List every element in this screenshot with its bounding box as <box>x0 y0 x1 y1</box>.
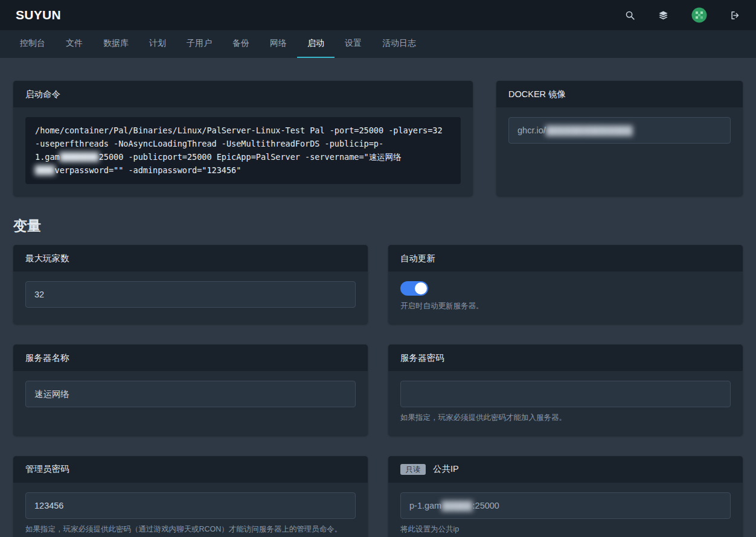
redacted-text: █████ <box>441 501 472 510</box>
public-ip-text: :25000 <box>473 501 499 510</box>
redacted-text: ████████ <box>60 152 99 162</box>
variable-title: 管理员密码 <box>25 463 69 475</box>
variable-card-max-players: 最大玩家数 <box>13 245 368 324</box>
variable-card-admin-password: 管理员密码 如果指定，玩家必须提供此密码（通过游戏内聊天或RCON）才能访问服务… <box>13 456 368 537</box>
startup-command-code: /home/container/Pal/Binaries/Linux/PalSe… <box>25 117 461 184</box>
readonly-badge: 只读 <box>400 464 426 475</box>
admin-password-input[interactable] <box>25 492 356 519</box>
brand-logo[interactable]: SUYUN <box>16 8 61 22</box>
variable-title: 公共IP <box>433 463 459 475</box>
docker-image-title: DOCKER 镜像 <box>508 89 566 100</box>
max-players-input[interactable] <box>25 281 356 308</box>
server-name-input[interactable] <box>25 381 356 407</box>
logout-icon[interactable] <box>730 10 740 21</box>
variable-card-server-password: 服务器密码 如果指定，玩家必须提供此密码才能加入服务器。 <box>388 345 743 436</box>
auto-update-toggle[interactable] <box>400 281 428 296</box>
variable-title: 最大玩家数 <box>25 253 69 264</box>
docker-image-input[interactable]: ghcr.io/██████████████ <box>508 117 731 144</box>
variable-title: 服务器名称 <box>25 352 69 364</box>
tab-schedules[interactable]: 计划 <box>139 30 176 58</box>
variable-title: 服务器密码 <box>400 352 444 364</box>
tab-network[interactable]: 网络 <box>260 30 297 58</box>
tab-databases[interactable]: 数据库 <box>93 30 139 58</box>
search-icon[interactable] <box>625 10 635 21</box>
variables-grid: 最大玩家数 自动更新 开启时自动更新服务器。 服务器名称 <box>13 245 743 537</box>
toggle-knob <box>415 282 427 294</box>
topbar-icons <box>625 7 740 23</box>
topbar: SUYUN <box>0 0 756 30</box>
user-avatar[interactable] <box>691 7 707 23</box>
variable-description: 开启时自动更新服务器。 <box>400 300 731 312</box>
public-ip-text: p-1.gam <box>409 501 441 510</box>
redacted-text: ████ <box>35 165 55 175</box>
command-text: verpassword="" -adminpassword="123456" <box>55 165 242 175</box>
docker-image-text: ghcr.io/ <box>517 126 546 135</box>
command-text: 25000 -publicport=25000 EpicApp=PalServe… <box>99 152 402 162</box>
startup-command-title: 启动命令 <box>25 89 60 100</box>
redacted-text: ██████████████ <box>546 126 633 135</box>
server-password-input[interactable] <box>400 381 731 407</box>
variable-description: 如果指定，玩家必须提供此密码（通过游戏内聊天或RCON）才能访问服务器上的管理员… <box>25 524 356 535</box>
tab-settings[interactable]: 设置 <box>335 30 372 58</box>
variable-card-server-name: 服务器名称 <box>13 345 368 436</box>
tab-files[interactable]: 文件 <box>56 30 93 58</box>
variables-heading: 变量 <box>13 217 743 235</box>
tab-activity[interactable]: 活动日志 <box>372 30 426 58</box>
startup-page: 启动命令 /home/container/Pal/Binaries/Linux/… <box>0 81 756 537</box>
tab-console[interactable]: 控制台 <box>10 30 56 58</box>
tab-startup[interactable]: 启动 <box>297 30 335 58</box>
docker-image-card: DOCKER 镜像 ghcr.io/██████████████ <box>496 81 743 196</box>
tab-subusers[interactable]: 子用户 <box>176 30 222 58</box>
variable-description: 如果指定，玩家必须提供此密码才能加入服务器。 <box>400 412 731 424</box>
public-ip-input[interactable]: p-1.gam█████:25000 <box>400 492 731 519</box>
variable-title: 自动更新 <box>400 253 435 264</box>
server-list-icon[interactable] <box>658 10 668 21</box>
docker-image-header: DOCKER 镜像 <box>496 81 743 107</box>
startup-command-card: 启动命令 /home/container/Pal/Binaries/Linux/… <box>13 81 473 196</box>
variable-description: 将此设置为公共ip <box>400 524 731 535</box>
server-nav-tabs: 控制台 文件 数据库 计划 子用户 备份 网络 启动 设置 活动日志 <box>0 30 756 58</box>
startup-command-header: 启动命令 <box>13 81 473 107</box>
variable-card-auto-update: 自动更新 开启时自动更新服务器。 <box>388 245 743 324</box>
variable-card-public-ip: 只读 公共IP p-1.gam█████:25000 将此设置为公共ip <box>388 456 743 537</box>
tab-backups[interactable]: 备份 <box>222 30 260 58</box>
